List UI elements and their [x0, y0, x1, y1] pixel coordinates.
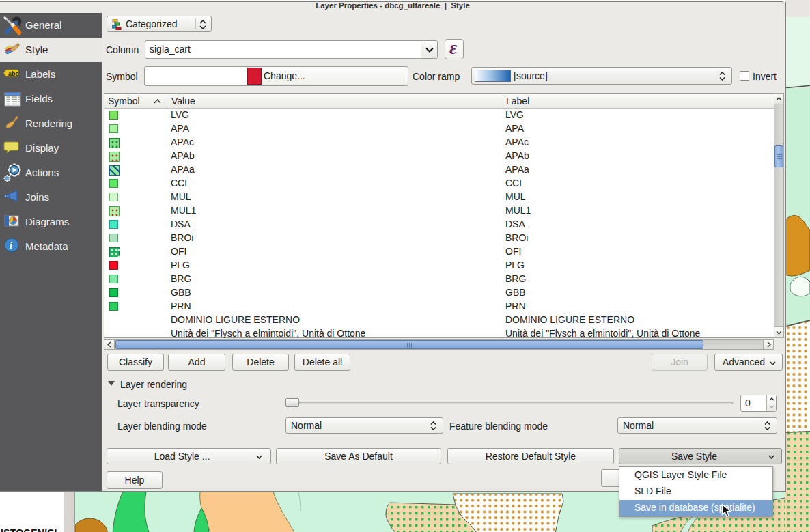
svg-text:abc: abc — [8, 70, 19, 77]
svg-text:i: i — [10, 240, 12, 251]
